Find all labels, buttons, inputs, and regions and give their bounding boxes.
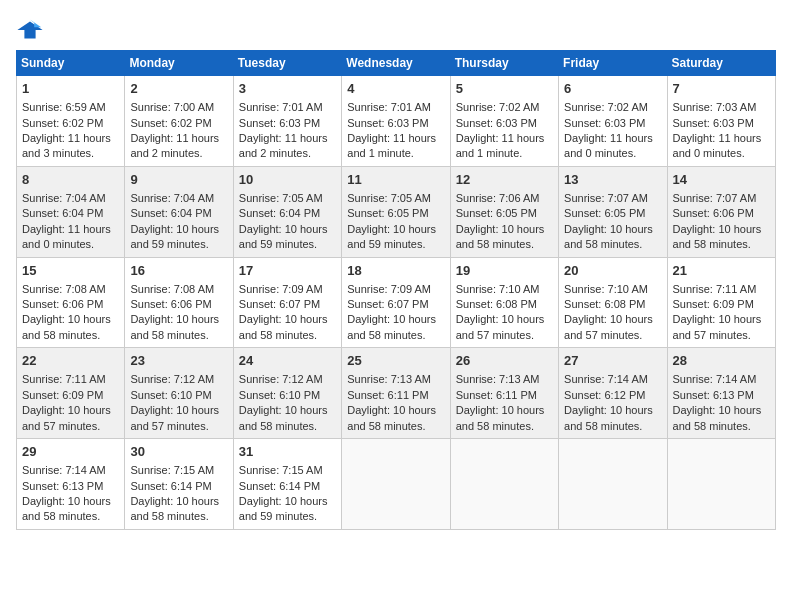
calendar-cell: 14 Sunrise: 7:07 AM Sunset: 6:06 PM Dayl… — [667, 166, 775, 257]
day-number: 1 — [22, 80, 119, 98]
sunrise-label: Sunrise: 7:05 AM — [347, 192, 431, 204]
sunrise-label: Sunrise: 7:11 AM — [673, 283, 757, 295]
calendar-cell: 29 Sunrise: 7:14 AM Sunset: 6:13 PM Dayl… — [17, 439, 125, 530]
daylight-label: Daylight: 10 hours and 59 minutes. — [130, 223, 219, 250]
day-number: 29 — [22, 443, 119, 461]
calendar-cell: 11 Sunrise: 7:05 AM Sunset: 6:05 PM Dayl… — [342, 166, 450, 257]
sunrise-label: Sunrise: 7:13 AM — [456, 373, 540, 385]
calendar-cell: 23 Sunrise: 7:12 AM Sunset: 6:10 PM Dayl… — [125, 348, 233, 439]
calendar-cell: 31 Sunrise: 7:15 AM Sunset: 6:14 PM Dayl… — [233, 439, 341, 530]
daylight-label: Daylight: 11 hours and 3 minutes. — [22, 132, 111, 159]
day-number: 17 — [239, 262, 336, 280]
sunset-label: Sunset: 6:05 PM — [347, 207, 428, 219]
day-number: 23 — [130, 352, 227, 370]
day-number: 11 — [347, 171, 444, 189]
sunrise-label: Sunrise: 7:02 AM — [564, 101, 648, 113]
daylight-label: Daylight: 10 hours and 58 minutes. — [22, 313, 111, 340]
calendar-cell: 20 Sunrise: 7:10 AM Sunset: 6:08 PM Dayl… — [559, 257, 667, 348]
page-header — [16, 16, 776, 44]
sunset-label: Sunset: 6:05 PM — [564, 207, 645, 219]
sunrise-label: Sunrise: 7:01 AM — [239, 101, 323, 113]
day-number: 7 — [673, 80, 770, 98]
calendar-cell: 4 Sunrise: 7:01 AM Sunset: 6:03 PM Dayli… — [342, 76, 450, 167]
daylight-label: Daylight: 11 hours and 0 minutes. — [22, 223, 111, 250]
day-number: 2 — [130, 80, 227, 98]
daylight-label: Daylight: 10 hours and 58 minutes. — [456, 404, 545, 431]
day-number: 12 — [456, 171, 553, 189]
sunrise-label: Sunrise: 7:03 AM — [673, 101, 757, 113]
calendar-cell: 8 Sunrise: 7:04 AM Sunset: 6:04 PM Dayli… — [17, 166, 125, 257]
calendar-week-row: 29 Sunrise: 7:14 AM Sunset: 6:13 PM Dayl… — [17, 439, 776, 530]
day-number: 4 — [347, 80, 444, 98]
daylight-label: Daylight: 10 hours and 59 minutes. — [239, 223, 328, 250]
daylight-label: Daylight: 10 hours and 57 minutes. — [564, 313, 653, 340]
svg-marker-0 — [17, 22, 42, 39]
daylight-label: Daylight: 11 hours and 2 minutes. — [130, 132, 219, 159]
day-number: 14 — [673, 171, 770, 189]
daylight-label: Daylight: 10 hours and 58 minutes. — [239, 313, 328, 340]
sunset-label: Sunset: 6:02 PM — [22, 117, 103, 129]
day-number: 20 — [564, 262, 661, 280]
calendar-cell: 1 Sunrise: 6:59 AM Sunset: 6:02 PM Dayli… — [17, 76, 125, 167]
sunset-label: Sunset: 6:09 PM — [22, 389, 103, 401]
sunset-label: Sunset: 6:11 PM — [347, 389, 428, 401]
day-number: 6 — [564, 80, 661, 98]
sunrise-label: Sunrise: 7:04 AM — [22, 192, 106, 204]
calendar-cell: 6 Sunrise: 7:02 AM Sunset: 6:03 PM Dayli… — [559, 76, 667, 167]
daylight-label: Daylight: 10 hours and 57 minutes. — [673, 313, 762, 340]
daylight-label: Daylight: 10 hours and 58 minutes. — [456, 223, 545, 250]
sunset-label: Sunset: 6:04 PM — [239, 207, 320, 219]
weekday-header: Thursday — [450, 51, 558, 76]
sunset-label: Sunset: 6:05 PM — [456, 207, 537, 219]
sunset-label: Sunset: 6:10 PM — [239, 389, 320, 401]
daylight-label: Daylight: 10 hours and 58 minutes. — [673, 223, 762, 250]
daylight-label: Daylight: 11 hours and 1 minute. — [347, 132, 436, 159]
calendar-cell: 18 Sunrise: 7:09 AM Sunset: 6:07 PM Dayl… — [342, 257, 450, 348]
logo-bird-icon — [16, 16, 44, 44]
sunset-label: Sunset: 6:08 PM — [564, 298, 645, 310]
sunset-label: Sunset: 6:06 PM — [22, 298, 103, 310]
sunrise-label: Sunrise: 7:09 AM — [347, 283, 431, 295]
sunset-label: Sunset: 6:13 PM — [22, 480, 103, 492]
calendar-cell: 3 Sunrise: 7:01 AM Sunset: 6:03 PM Dayli… — [233, 76, 341, 167]
sunrise-label: Sunrise: 7:08 AM — [130, 283, 214, 295]
day-number: 15 — [22, 262, 119, 280]
sunset-label: Sunset: 6:03 PM — [456, 117, 537, 129]
calendar-week-row: 22 Sunrise: 7:11 AM Sunset: 6:09 PM Dayl… — [17, 348, 776, 439]
sunrise-label: Sunrise: 7:14 AM — [564, 373, 648, 385]
calendar-cell: 30 Sunrise: 7:15 AM Sunset: 6:14 PM Dayl… — [125, 439, 233, 530]
day-number: 18 — [347, 262, 444, 280]
daylight-label: Daylight: 10 hours and 58 minutes. — [22, 495, 111, 522]
calendar-cell: 27 Sunrise: 7:14 AM Sunset: 6:12 PM Dayl… — [559, 348, 667, 439]
calendar-cell: 26 Sunrise: 7:13 AM Sunset: 6:11 PM Dayl… — [450, 348, 558, 439]
sunset-label: Sunset: 6:07 PM — [347, 298, 428, 310]
day-number: 13 — [564, 171, 661, 189]
day-number: 27 — [564, 352, 661, 370]
daylight-label: Daylight: 11 hours and 0 minutes. — [673, 132, 762, 159]
calendar-cell — [667, 439, 775, 530]
day-number: 5 — [456, 80, 553, 98]
day-number: 25 — [347, 352, 444, 370]
sunrise-label: Sunrise: 7:14 AM — [22, 464, 106, 476]
weekday-header: Sunday — [17, 51, 125, 76]
calendar-cell: 24 Sunrise: 7:12 AM Sunset: 6:10 PM Dayl… — [233, 348, 341, 439]
calendar-cell — [559, 439, 667, 530]
daylight-label: Daylight: 11 hours and 0 minutes. — [564, 132, 653, 159]
calendar-cell: 5 Sunrise: 7:02 AM Sunset: 6:03 PM Dayli… — [450, 76, 558, 167]
calendar-cell: 9 Sunrise: 7:04 AM Sunset: 6:04 PM Dayli… — [125, 166, 233, 257]
daylight-label: Daylight: 10 hours and 58 minutes. — [564, 404, 653, 431]
weekday-header: Wednesday — [342, 51, 450, 76]
calendar-cell: 2 Sunrise: 7:00 AM Sunset: 6:02 PM Dayli… — [125, 76, 233, 167]
day-number: 30 — [130, 443, 227, 461]
sunset-label: Sunset: 6:03 PM — [673, 117, 754, 129]
calendar-cell — [342, 439, 450, 530]
sunset-label: Sunset: 6:12 PM — [564, 389, 645, 401]
sunrise-label: Sunrise: 7:12 AM — [239, 373, 323, 385]
day-number: 31 — [239, 443, 336, 461]
calendar-cell: 13 Sunrise: 7:07 AM Sunset: 6:05 PM Dayl… — [559, 166, 667, 257]
sunrise-label: Sunrise: 7:02 AM — [456, 101, 540, 113]
daylight-label: Daylight: 11 hours and 2 minutes. — [239, 132, 328, 159]
calendar-header-row: SundayMondayTuesdayWednesdayThursdayFrid… — [17, 51, 776, 76]
daylight-label: Daylight: 11 hours and 1 minute. — [456, 132, 545, 159]
sunrise-label: Sunrise: 7:07 AM — [673, 192, 757, 204]
